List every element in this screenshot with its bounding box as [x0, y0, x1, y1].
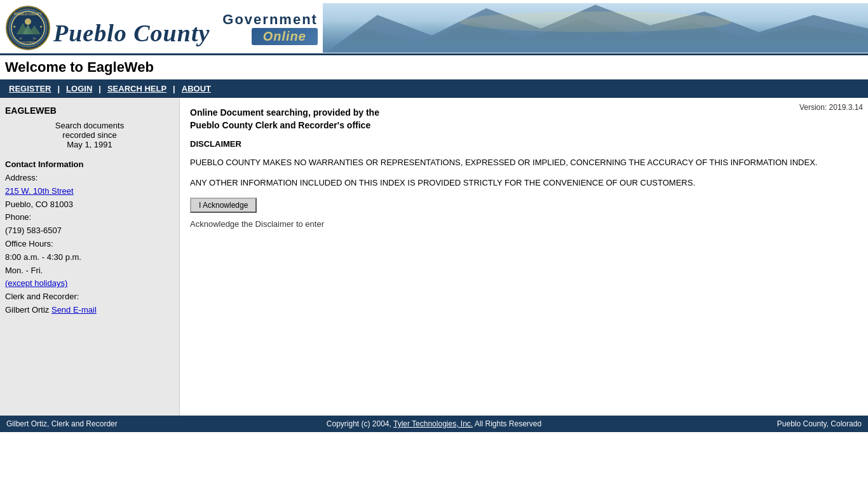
email-link[interactable]: Send E-mail — [51, 305, 97, 315]
pueblo-county-title: Pueblo County — [53, 21, 210, 45]
address-link-container: 215 W. 10th Street — [5, 185, 174, 198]
sidebar-title: EAGLEWEB — [5, 105, 174, 116]
svg-text:PUEBLO COUNTY: PUEBLO COUNTY — [14, 12, 42, 16]
content-title-line1: Online Document searching, provided by t… — [190, 107, 379, 118]
welcome-title: Welcome to EagleWeb — [0, 55, 868, 79]
address-link[interactable]: 215 W. 10th Street — [5, 186, 74, 196]
nav-sep-1: | — [55, 84, 62, 93]
search-info-line2: recorded since — [62, 130, 116, 140]
nav-sep-3: | — [170, 84, 178, 93]
content-title: Online Document searching, provided by t… — [190, 107, 858, 132]
footer-center: Copyright (c) 2004, Tyler Technologies, … — [292, 419, 577, 428]
svg-text:66: 66 — [33, 37, 36, 40]
phone-label: Phone: — [5, 211, 174, 224]
address-label: Address: — [5, 172, 174, 185]
tyler-link[interactable]: Tyler Technologies, Inc. — [393, 419, 473, 428]
acknowledge-note: Acknowledge the Disclaimer to enter — [190, 219, 858, 229]
clerk-info: Gilbert Ortiz Send E-mail — [5, 304, 174, 317]
banner-text: Pueblo County Government Online — [53, 11, 318, 45]
content: Version: 2019.3.14 Online Document searc… — [180, 98, 868, 416]
sidebar-search-info: Search documents recorded since May 1, 1… — [5, 121, 174, 149]
about-link[interactable]: ABOUT — [178, 83, 215, 95]
footer-right: Pueblo County, Colorado — [576, 419, 862, 428]
version-label: Version: 2019.3.14 — [799, 103, 863, 112]
office-days: Mon. - Fri. — [5, 264, 174, 278]
svg-marker-15 — [323, 18, 868, 53]
disclaimer-text2: ANY OTHER INFORMATION INCLUDED ON THIS I… — [190, 177, 858, 189]
disclaimer-heading: DISCLAIMER — [190, 139, 858, 149]
svg-text:★: ★ — [39, 25, 43, 29]
contact-heading: Contact Information — [5, 159, 174, 169]
navbar: REGISTER | LOGIN | SEARCH HELP | ABOUT — [0, 79, 868, 98]
search-info-line3: May 1, 1991 — [67, 140, 112, 149]
search-info-line1: Search documents — [55, 121, 124, 130]
logo-area: PUEBLO COUNTY COLORADO ★ ★ 18 66 Pueblo … — [0, 3, 323, 53]
svg-point-8 — [25, 18, 31, 25]
office-hours: 8:00 a.m. - 4:30 p.m. — [5, 251, 174, 264]
search-help-link[interactable]: SEARCH HELP — [104, 83, 170, 95]
nav-sep-2: | — [96, 84, 104, 93]
svg-text:COLORADO: COLORADO — [21, 41, 36, 44]
svg-text:★: ★ — [13, 25, 16, 29]
header: PUEBLO COUNTY COLORADO ★ ★ 18 66 Pueblo … — [0, 0, 868, 55]
footer: Gilbert Ortiz, Clerk and Recorder Copyri… — [0, 416, 868, 432]
svg-text:18: 18 — [19, 37, 22, 40]
content-title-line2: Pueblo County Clerk and Recorder's offic… — [190, 120, 370, 130]
header-banner-image — [323, 3, 868, 53]
address-label-text: Address: — [5, 173, 37, 182]
holidays-link[interactable]: (except holidays) — [5, 278, 67, 288]
footer-left: Gilbert Ortiz, Clerk and Recorder — [6, 419, 292, 428]
copyright-text: Copyright (c) 2004, — [327, 419, 391, 428]
login-link[interactable]: LOGIN — [62, 83, 96, 95]
copyright-suffix: All Rights Reserved — [475, 419, 541, 428]
main-layout: EAGLEWEB Search documents recorded since… — [0, 98, 868, 416]
clerk-name: Gilbert Ortiz — [5, 305, 49, 315]
register-link[interactable]: REGISTER — [5, 83, 55, 95]
county-seal: PUEBLO COUNTY COLORADO ★ ★ 18 66 — [5, 5, 51, 51]
clerk-label: Clerk and Recorder: — [5, 290, 174, 304]
online-badge: Online — [252, 28, 318, 45]
phone-number: (719) 583-6507 — [5, 224, 174, 238]
holidays-link-container: (except holidays) — [5, 277, 174, 290]
government-text: Government — [222, 11, 318, 28]
sidebar: EAGLEWEB Search documents recorded since… — [0, 98, 180, 416]
disclaimer-text1: PUEBLO COUNTY MAKES NO WARRANTIES OR REP… — [190, 156, 858, 169]
government-online: Government Online — [222, 11, 318, 45]
acknowledge-button[interactable]: I Acknowledge — [190, 198, 257, 213]
city-state-zip: Pueblo, CO 81003 — [5, 198, 174, 212]
office-hours-label: Office Hours: — [5, 238, 174, 251]
svg-point-16 — [459, 11, 731, 32]
